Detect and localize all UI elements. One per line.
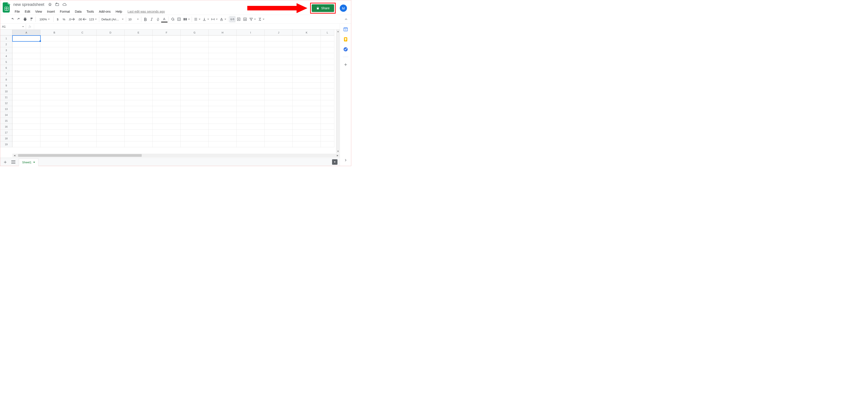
cell[interactable] xyxy=(40,71,68,77)
cell[interactable] xyxy=(12,130,40,136)
cell[interactable] xyxy=(237,71,265,77)
row-header[interactable]: 2 xyxy=(0,41,12,47)
cell[interactable] xyxy=(40,124,68,130)
cell[interactable] xyxy=(209,77,237,83)
cell[interactable] xyxy=(237,65,265,71)
cell[interactable] xyxy=(209,35,237,41)
row-header[interactable]: 18 xyxy=(0,136,12,141)
menu-data[interactable]: Data xyxy=(72,9,84,14)
formula-input[interactable] xyxy=(34,24,340,29)
cell[interactable] xyxy=(265,130,293,136)
last-edit-link[interactable]: Last edit was seconds ago xyxy=(127,10,165,13)
cell[interactable] xyxy=(40,47,68,53)
cell[interactable] xyxy=(40,77,68,83)
cell[interactable] xyxy=(68,53,96,59)
cell[interactable] xyxy=(96,141,125,147)
calendar-icon[interactable]: 31 xyxy=(343,27,348,32)
cell[interactable] xyxy=(265,77,293,83)
cell[interactable] xyxy=(153,53,181,59)
menu-view[interactable]: View xyxy=(33,9,44,14)
cell[interactable] xyxy=(68,71,96,77)
cell[interactable] xyxy=(209,59,237,65)
cell[interactable] xyxy=(153,41,181,47)
cell[interactable] xyxy=(153,130,181,136)
scroll-left-icon[interactable]: ◄ xyxy=(13,154,16,157)
column-header[interactable]: D xyxy=(96,30,125,35)
cell[interactable] xyxy=(96,59,125,65)
cell[interactable] xyxy=(181,65,209,71)
row-header[interactable]: 7 xyxy=(0,71,12,77)
row-header[interactable]: 3 xyxy=(0,47,12,53)
cell[interactable] xyxy=(40,141,68,147)
row-header[interactable]: 8 xyxy=(0,77,12,83)
cell[interactable] xyxy=(181,59,209,65)
cell[interactable] xyxy=(321,65,334,71)
row-header[interactable]: 9 xyxy=(0,83,12,88)
cell[interactable] xyxy=(293,88,321,94)
cell[interactable] xyxy=(96,106,125,112)
cell[interactable] xyxy=(181,53,209,59)
cell[interactable] xyxy=(40,41,68,47)
cell[interactable] xyxy=(237,106,265,112)
cell[interactable] xyxy=(209,112,237,118)
cell[interactable] xyxy=(40,65,68,71)
column-header[interactable]: L xyxy=(321,30,334,35)
cell[interactable] xyxy=(153,141,181,147)
select-all-corner[interactable] xyxy=(0,30,12,35)
fill-color-button[interactable] xyxy=(169,16,176,22)
text-color-button[interactable]: A xyxy=(161,16,167,22)
cell[interactable] xyxy=(321,100,334,106)
cell[interactable] xyxy=(125,112,153,118)
cell[interactable] xyxy=(181,106,209,112)
cell[interactable] xyxy=(209,88,237,94)
share-button[interactable]: Share xyxy=(312,4,334,12)
keep-icon[interactable] xyxy=(343,37,348,42)
cell[interactable] xyxy=(96,53,125,59)
row-header[interactable]: 6 xyxy=(0,65,12,71)
filter-dropdown[interactable] xyxy=(248,16,257,22)
cell[interactable] xyxy=(40,130,68,136)
bold-button[interactable] xyxy=(142,16,149,22)
cell[interactable] xyxy=(237,136,265,141)
increase-decimal-button[interactable]: .00 xyxy=(76,16,88,22)
row-header[interactable]: 17 xyxy=(0,130,12,136)
insert-link-button[interactable] xyxy=(229,16,236,22)
insert-comment-button[interactable] xyxy=(236,16,242,22)
cell[interactable] xyxy=(125,100,153,106)
cell[interactable] xyxy=(321,59,334,65)
cell[interactable] xyxy=(68,47,96,53)
cell[interactable] xyxy=(321,47,334,53)
cell[interactable] xyxy=(40,118,68,124)
row-header[interactable]: 15 xyxy=(0,118,12,124)
explore-button[interactable]: ✦ xyxy=(332,159,338,165)
cell[interactable] xyxy=(209,124,237,130)
text-rotation-dropdown[interactable] xyxy=(219,16,227,22)
font-family-dropdown[interactable]: Default (Ari… xyxy=(100,16,125,22)
cell[interactable] xyxy=(293,100,321,106)
cell[interactable] xyxy=(209,106,237,112)
cell[interactable] xyxy=(265,112,293,118)
cell[interactable] xyxy=(265,41,293,47)
collapse-toolbar-button[interactable] xyxy=(343,16,349,22)
row-header[interactable]: 13 xyxy=(0,106,12,112)
row-header[interactable]: 4 xyxy=(0,53,12,59)
cell[interactable] xyxy=(209,118,237,124)
cell[interactable] xyxy=(68,130,96,136)
cell[interactable] xyxy=(181,77,209,83)
menu-insert[interactable]: Insert xyxy=(45,9,57,14)
cell[interactable] xyxy=(125,53,153,59)
cell[interactable] xyxy=(209,41,237,47)
cell[interactable] xyxy=(237,130,265,136)
cell[interactable] xyxy=(293,41,321,47)
cell[interactable] xyxy=(125,47,153,53)
cell[interactable] xyxy=(293,118,321,124)
cell[interactable] xyxy=(153,124,181,130)
cell[interactable] xyxy=(265,141,293,147)
format-percent-button[interactable]: % xyxy=(61,16,67,22)
cell[interactable] xyxy=(96,83,125,88)
cell[interactable] xyxy=(12,53,40,59)
cell[interactable] xyxy=(209,65,237,71)
cell[interactable] xyxy=(96,77,125,83)
zoom-dropdown[interactable]: 100% xyxy=(37,16,53,22)
scroll-right-icon[interactable]: ► xyxy=(336,154,339,157)
